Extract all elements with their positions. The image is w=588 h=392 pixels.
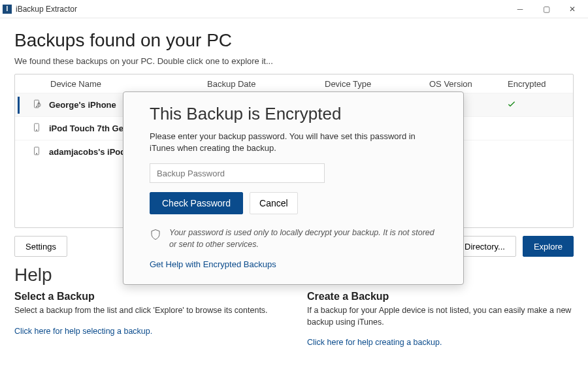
dialog-note-text: Your password is used only to locally de… xyxy=(169,227,437,250)
minimize-button[interactable]: ─ xyxy=(507,0,533,18)
table-header: Device Name Backup Date Device Type OS V… xyxy=(15,74,573,93)
help-select-body: Select a backup from the list and click … xyxy=(14,305,281,317)
help-select-heading: Select a Backup xyxy=(14,291,281,302)
phone-icon xyxy=(32,123,41,132)
explore-button[interactable]: Explore xyxy=(523,236,574,257)
window-title: iBackup Extractor xyxy=(16,5,507,14)
phone-icon xyxy=(32,146,41,155)
close-button[interactable]: ✕ xyxy=(559,0,585,18)
selection-indicator xyxy=(18,97,20,114)
svg-point-1 xyxy=(36,106,37,107)
cancel-button[interactable]: Cancel xyxy=(250,192,298,214)
maximize-button[interactable]: ▢ xyxy=(533,0,559,18)
col-os-version[interactable]: OS Version xyxy=(428,79,506,89)
dialog-body: Please enter your backup password. You w… xyxy=(150,131,437,154)
cell-encrypted xyxy=(506,99,559,111)
app-icon xyxy=(3,5,12,14)
encrypted-backup-dialog: This Backup is Encrypted Please enter yo… xyxy=(123,91,464,285)
help-select-backup: Select a Backup Select a backup from the… xyxy=(14,291,281,348)
page-subtitle: We found these backups on your PC. Doubl… xyxy=(14,56,574,66)
help-create-backup: Create a Backup If a backup for your App… xyxy=(307,291,574,348)
title-bar: iBackup Extractor ─ ▢ ✕ xyxy=(0,0,588,18)
col-device-type[interactable]: Device Type xyxy=(323,79,428,89)
shield-icon xyxy=(150,229,161,240)
col-encrypted[interactable]: Encrypted xyxy=(506,79,559,89)
help-create-link[interactable]: Click here for help creating a backup. xyxy=(307,338,442,347)
help-select-link[interactable]: Click here for help selecting a backup. xyxy=(14,327,152,336)
svg-point-6 xyxy=(36,154,37,154)
check-icon xyxy=(506,99,517,109)
selection-indicator xyxy=(18,144,20,161)
encrypted-help-link[interactable]: Get Help with Encrypted Backups xyxy=(150,259,276,269)
settings-button[interactable]: Settings xyxy=(14,236,67,257)
col-device-name[interactable]: Device Name xyxy=(49,79,206,89)
check-password-button[interactable]: Check Password xyxy=(150,192,243,214)
backup-password-input[interactable] xyxy=(150,163,325,183)
col-backup-date[interactable]: Backup Date xyxy=(206,79,323,89)
phone-locked-icon xyxy=(32,99,41,108)
page-title: Backups found on your PC xyxy=(14,30,574,51)
selection-indicator xyxy=(18,120,20,137)
help-create-heading: Create a Backup xyxy=(307,291,574,302)
dialog-title: This Backup is Encrypted xyxy=(150,104,437,124)
help-create-body: If a backup for your Apple device is not… xyxy=(307,305,574,328)
window-controls: ─ ▢ ✕ xyxy=(507,0,585,18)
dialog-note: Your password is used only to locally de… xyxy=(150,227,437,250)
svg-point-4 xyxy=(36,130,37,131)
